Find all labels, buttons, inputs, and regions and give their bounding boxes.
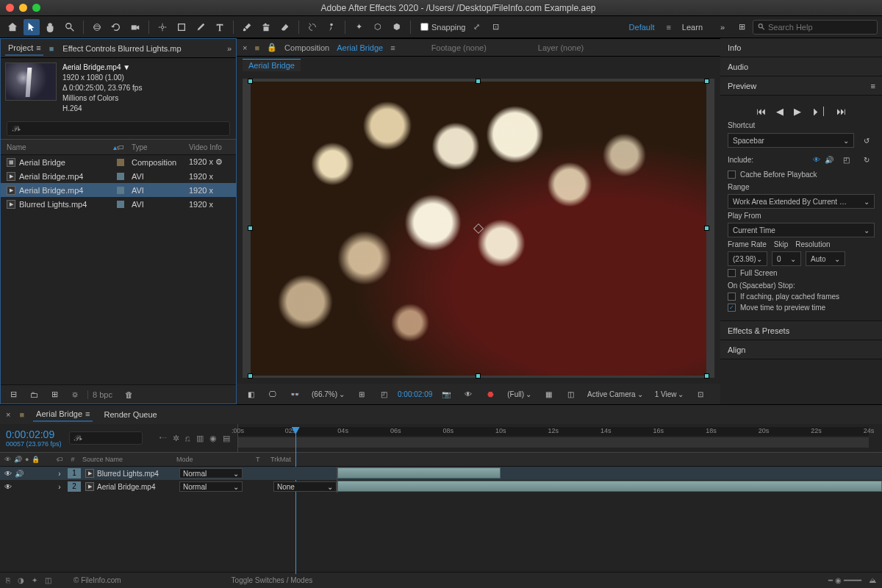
view-layout-dropdown[interactable]: 1 View ⌄ [652,389,687,400]
cache-checkbox[interactable] [728,171,736,179]
close-tab[interactable]: × [243,43,247,52]
reset-icon[interactable]: ↺ [858,132,875,148]
alpha-icon[interactable]: ◧ [243,386,259,402]
project-row[interactable]: ▶Aerial Bridge.mp4AVI1920 x [1,169,236,183]
timeline-layer[interactable]: 👁🔊›1▶Blurred Lights.mp4Normal⌄ [0,467,882,480]
workspace-default[interactable]: Default [620,23,664,32]
snapping-toggle[interactable]: Snapping [420,23,466,32]
audio-panel[interactable]: Audio [720,57,882,76]
time-ruler[interactable]: :00s02s04s06s08s10s12s14s16s18s20s22s24s [237,424,876,452]
puppet-tool[interactable] [323,19,340,35]
range-dropdown[interactable]: Work Area Extended By Current …⌄ [728,194,875,209]
orbit-tool[interactable] [89,19,105,35]
minimize-window[interactable] [19,4,27,12]
3d-icon[interactable]: ◫ [562,386,578,402]
project-row[interactable]: ▶Blurred Lights.mp4AVI1920 x [1,197,236,211]
next-frame-icon[interactable]: ⏵⏐ [811,106,826,117]
include-video-icon[interactable]: 👁 [813,156,820,164]
close-window[interactable] [6,4,14,12]
shape-tool[interactable] [173,19,190,35]
solo-col-icon[interactable]: ● [25,456,29,463]
anchor-tool[interactable] [154,19,171,35]
project-row[interactable]: ▶Aerial Bridge.mp4AVI1920 x [1,183,236,197]
workspace-learn[interactable]: Learn [673,23,711,32]
flowchart-crumb[interactable]: Aerial Bridge [243,59,301,71]
camera-dropdown[interactable]: Active Camera ⌄ [584,389,646,400]
timeline-layer[interactable]: 👁›2▶Aerial Bridge.mp4Normal⌄None⌄ [0,480,882,493]
mask-icon[interactable]: 👓 [287,386,303,402]
timeline-timecode[interactable]: 0:00:02:09 [6,429,62,440]
preview-canvas[interactable] [251,82,706,376]
eraser-tool[interactable] [277,19,293,35]
project-row[interactable]: ▦Aerial BridgeComposition1920 x ⚙ [1,155,236,169]
zoom-dropdown[interactable]: (66.7%) ⌄ [309,389,348,400]
tl-frame-icon[interactable]: ◫ [45,576,51,584]
snapshot-icon[interactable]: 📷 [438,386,454,402]
composition-viewer[interactable] [243,79,714,378]
brush-tool[interactable] [239,19,255,35]
comp-menu[interactable]: ≡ [390,43,394,52]
roto-tool[interactable] [304,19,320,35]
roi-icon[interactable]: ◰ [376,386,392,402]
skip-dropdown[interactable]: 0⌄ [772,251,801,266]
show-snapshot-icon[interactable]: 👁 [460,386,476,402]
local-axis-icon[interactable]: ⬢ [389,19,405,35]
preview-panel[interactable]: Preview≡ [720,76,882,96]
video-col-icon[interactable]: 👁 [4,456,11,463]
shortcut-dropdown[interactable]: Spacebar⌄ [728,133,854,148]
workspace-switcher-icon[interactable]: ⊞ [734,19,750,35]
res-dropdown[interactable]: (Full) ⌄ [504,389,534,400]
toggle-switches[interactable]: Toggle Switches / Modes [232,576,313,584]
pixel-aspect-icon[interactable]: ⊡ [692,386,709,402]
clone-tool[interactable] [258,19,274,35]
lock-col-icon[interactable]: 🔒 [32,456,40,463]
fullscreen-checkbox[interactable] [728,269,736,277]
comp-mini-flow-icon[interactable]: ⬸ [159,434,167,443]
draft3d-icon[interactable]: ✲ [173,434,179,443]
include-overlay-icon[interactable]: ◰ [838,151,854,168]
layer-tab[interactable]: Layer (none) [538,43,584,52]
motion-blur-icon[interactable]: ◉ [209,434,217,443]
project-tab[interactable]: Project≡ [5,41,43,56]
selection-tool[interactable] [24,19,40,35]
playfrom-dropdown[interactable]: Current Time⌄ [728,223,875,237]
graph-editor-icon[interactable]: ▤ [223,434,230,443]
mesh-tool[interactable]: ✦ [351,19,367,35]
audio-col-icon[interactable]: 🔊 [14,456,22,463]
monitor-icon[interactable]: 🖵 [265,386,281,402]
home-button[interactable] [4,19,21,35]
pen-tool[interactable] [193,19,209,35]
move-time-checkbox[interactable]: ✓ [728,304,736,312]
tl-fx-icon[interactable]: ✦ [32,576,37,584]
help-search-input[interactable] [768,23,872,32]
loop-icon[interactable]: ↻ [858,151,875,168]
ws-menu-icon[interactable]: ≡ [666,23,670,32]
effects-presets-panel[interactable]: Effects & Presets [720,321,882,340]
include-audio-icon[interactable]: 🔊 [825,156,833,164]
help-search[interactable] [753,20,878,35]
channels-icon[interactable]: ⬣ [482,386,498,402]
hand-tool[interactable] [43,19,59,35]
frame-blend-icon[interactable]: ▥ [196,434,204,443]
timeline-comp-tab[interactable]: Aerial Bridge≡ [33,407,92,422]
last-frame-icon[interactable]: ⏭ [836,106,846,117]
snap-icon[interactable]: ⤢ [469,19,485,35]
camera-tool[interactable] [127,19,143,35]
resolution-icon[interactable]: ⊞ [354,386,370,402]
align-panel[interactable]: Align [720,340,882,359]
rotate-tool[interactable] [108,19,124,35]
resolution-dropdown[interactable]: Auto⌄ [806,251,845,266]
text-tool[interactable] [212,19,228,35]
snap-grid-icon[interactable]: ⊡ [488,19,504,35]
framerate-dropdown[interactable]: (23.98)⌄ [728,251,767,266]
tl-filter-icon[interactable]: ⎘ [6,576,10,584]
zoom-tool[interactable] [62,19,78,35]
panel-overflow[interactable]: » [227,44,232,53]
tl-masks-icon[interactable]: ◑ [18,576,24,584]
transparency-icon[interactable]: ▦ [540,386,556,402]
interpret-icon[interactable]: ⊟ [5,387,21,403]
playhead[interactable] [295,427,296,574]
comp-name[interactable]: Aerial Bridge [337,43,383,52]
current-time[interactable]: 0:00:02:09 [398,390,432,398]
first-frame-icon[interactable]: ⏮ [756,106,766,117]
